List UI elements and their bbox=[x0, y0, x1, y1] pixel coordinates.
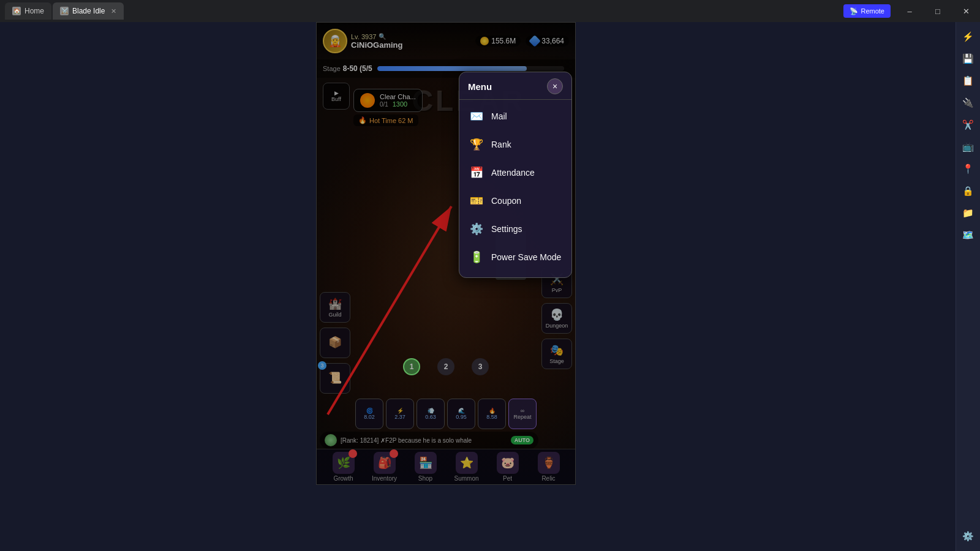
sidebar-icon-9[interactable]: 📁 bbox=[959, 203, 978, 223]
menu-item-mail[interactable]: ✉️ Mail bbox=[459, 102, 571, 130]
home-favicon: 🏠 bbox=[12, 7, 21, 15]
settings-icon: ⚙️ bbox=[468, 220, 485, 238]
menu-item-settings[interactable]: ⚙️ Settings bbox=[459, 215, 571, 243]
tab-home-label: Home bbox=[24, 7, 44, 15]
blade-idle-favicon: ⚔️ bbox=[60, 7, 69, 15]
remote-label: Remote bbox=[861, 7, 884, 15]
sidebar-icon-6[interactable]: 📺 bbox=[959, 137, 978, 157]
tab-home[interactable]: 🏠 Home bbox=[5, 2, 51, 20]
menu-item-coupon[interactable]: 🎫 Coupon bbox=[459, 187, 571, 215]
power-save-icon: 🔋 bbox=[468, 249, 485, 266]
close-button[interactable]: ✕ bbox=[952, 0, 980, 22]
attendance-icon: 📅 bbox=[468, 164, 485, 181]
menu-title: Menu bbox=[468, 81, 492, 92]
menu-close-icon: × bbox=[552, 81, 557, 91]
menu-popup: Menu × ✉️ Mail 🏆 Rank 📅 Attendance 🎫 Cou… bbox=[459, 72, 572, 278]
tab-blade-idle[interactable]: ⚔️ Blade Idle ✕ bbox=[53, 2, 124, 20]
sidebar-icon-8[interactable]: 🔒 bbox=[959, 181, 978, 201]
sidebar-icon-7[interactable]: 📍 bbox=[959, 159, 978, 179]
menu-item-power-save-label: Power Save Mode bbox=[491, 252, 561, 262]
menu-item-coupon-label: Coupon bbox=[491, 196, 521, 206]
menu-header: Menu × bbox=[459, 78, 571, 100]
sidebar-icon-1[interactable]: ⚡ bbox=[959, 27, 978, 47]
sidebar-icon-4[interactable]: 🔌 bbox=[959, 93, 978, 113]
menu-item-power-save[interactable]: 🔋 Power Save Mode bbox=[459, 243, 571, 271]
menu-item-attendance[interactable]: 📅 Attendance bbox=[459, 159, 571, 187]
browser-chrome: 🏠 Home ⚔️ Blade Idle ✕ 📡 Remote – □ ✕ bbox=[0, 0, 980, 22]
mail-icon: ✉️ bbox=[468, 108, 485, 125]
coupon-icon: 🎫 bbox=[468, 192, 485, 209]
minimize-button[interactable]: – bbox=[895, 0, 924, 22]
menu-item-settings-label: Settings bbox=[491, 224, 522, 234]
tab-close-icon[interactable]: ✕ bbox=[111, 7, 116, 15]
game-area: 🧝 Lv. 3937 🔍 CiNiOGaming 155.6M 33,664 S… bbox=[316, 22, 576, 485]
menu-close-button[interactable]: × bbox=[547, 78, 563, 94]
tab-blade-idle-label: Blade Idle bbox=[72, 7, 105, 15]
sidebar-icon-5[interactable]: ✂️ bbox=[959, 115, 978, 135]
sidebar-icon-10[interactable]: 🗺️ bbox=[959, 225, 978, 245]
window-controls: 📡 Remote – □ ✕ bbox=[843, 0, 980, 22]
sidebar-icon-settings[interactable]: ⚙️ bbox=[959, 527, 978, 546]
menu-item-mail-label: Mail bbox=[491, 111, 507, 121]
tab-bar: 🏠 Home ⚔️ Blade Idle ✕ bbox=[0, 0, 125, 22]
sidebar-icon-2[interactable]: 💾 bbox=[959, 49, 978, 69]
maximize-button[interactable]: □ bbox=[924, 0, 952, 22]
remote-icon: 📡 bbox=[850, 7, 858, 15]
menu-item-rank-label: Rank bbox=[491, 140, 511, 149]
menu-item-attendance-label: Attendance bbox=[491, 168, 535, 178]
right-sidebar: ⚡ 💾 📋 🔌 ✂️ 📺 📍 🔒 📁 🗺️ ⚙️ bbox=[956, 22, 980, 551]
menu-item-rank[interactable]: 🏆 Rank bbox=[459, 130, 571, 159]
rank-icon: 🏆 bbox=[468, 136, 485, 153]
sidebar-icon-3[interactable]: 📋 bbox=[959, 71, 978, 91]
remote-button[interactable]: 📡 Remote bbox=[843, 4, 891, 18]
